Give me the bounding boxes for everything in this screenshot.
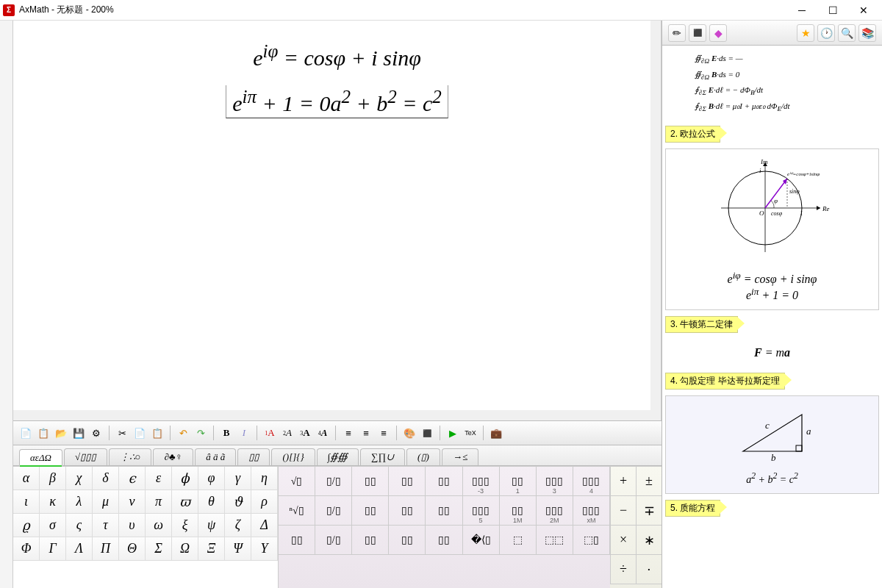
- close-button[interactable]: ✕: [848, 0, 879, 21]
- symbol-tab-6[interactable]: ()[]{}: [271, 448, 315, 465]
- greek-ϱ[interactable]: ϱ: [13, 514, 40, 537]
- greek-ϵ[interactable]: ϵ: [119, 467, 146, 490]
- section-newton[interactable]: 3. 牛顿第二定律: [665, 316, 738, 333]
- greek-Υ[interactable]: Υ: [251, 537, 278, 561]
- greek-Φ[interactable]: Φ: [13, 537, 40, 561]
- font4-button[interactable]: 4A: [315, 425, 331, 441]
- template-21[interactable]: ▯▯: [389, 526, 426, 555]
- op-∓[interactable]: ∓: [636, 496, 662, 526]
- align-right-button[interactable]: ≡: [376, 425, 392, 441]
- greek-θ[interactable]: θ: [198, 490, 225, 514]
- template-9[interactable]: ⁿ√▯: [279, 496, 315, 526]
- briefcase-button[interactable]: 💼: [488, 425, 504, 441]
- template-23[interactable]: �⟨▯: [463, 526, 500, 555]
- euler-diagram-box[interactable]: Re Im O 1 i φ sinφ cosφ eⁱᵠ=cosφ+isinφ e…: [665, 148, 879, 311]
- greek-ω[interactable]: ω: [146, 514, 172, 537]
- newton-formula[interactable]: F = ma: [665, 339, 879, 367]
- formula-library-panel[interactable]: ∯∂Ω E·ds = —∯∂Ω B·ds = 0∮∂Σ E·dℓ = − dΦB…: [662, 46, 882, 588]
- align-left-button[interactable]: ≡: [340, 425, 356, 441]
- font2-button[interactable]: 2A: [279, 425, 295, 441]
- template-20[interactable]: ▯▯: [352, 526, 389, 555]
- op-±[interactable]: ±: [636, 467, 662, 496]
- template-5[interactable]: ▯▯▯-3: [463, 467, 500, 496]
- tag-button[interactable]: ◆: [709, 24, 727, 42]
- greek-σ[interactable]: σ: [40, 514, 66, 537]
- symbol-tab-5[interactable]: ▯▯: [237, 448, 270, 465]
- greek-Δ[interactable]: Δ: [251, 514, 278, 537]
- italic-button[interactable]: I: [236, 425, 252, 441]
- section-mass-energy[interactable]: 5. 质能方程: [665, 500, 720, 517]
- greek-Θ[interactable]: Θ: [119, 537, 146, 561]
- cut-button[interactable]: ✂: [114, 425, 130, 441]
- greek-Π[interactable]: Π: [93, 537, 119, 561]
- redo-button[interactable]: ↷: [193, 425, 209, 441]
- greek-Ω[interactable]: Ω: [172, 537, 198, 561]
- new-button[interactable]: 📄: [18, 425, 34, 441]
- template-16[interactable]: ▯▯▯2M: [537, 496, 573, 526]
- template-6[interactable]: ▯▯1: [500, 467, 537, 496]
- template-11[interactable]: ▯▯: [352, 496, 389, 526]
- clock-button[interactable]: 🕐: [817, 24, 835, 42]
- greek-η[interactable]: η: [251, 467, 278, 490]
- template-25[interactable]: ⬚⬚: [537, 526, 573, 555]
- op-⋅[interactable]: ⋅: [636, 555, 662, 584]
- equation-editor[interactable]: eiφ = cosφ + i sinφ eiπ + 1 = 0a2 + b2 =…: [13, 21, 662, 420]
- template-7[interactable]: ▯▯▯3: [537, 467, 573, 496]
- template-24[interactable]: ⬚: [500, 526, 537, 555]
- symbol-tab-8[interactable]: ∑∏∪: [360, 448, 405, 465]
- template-26[interactable]: ⬚▯: [573, 526, 610, 555]
- greek-ξ[interactable]: ξ: [172, 514, 198, 537]
- editor-vscrollbar[interactable]: [650, 21, 661, 420]
- greek-ε[interactable]: ε: [146, 467, 172, 490]
- greek-ς[interactable]: ς: [66, 514, 93, 537]
- greek-Σ[interactable]: Σ: [146, 537, 172, 561]
- template-1[interactable]: ▯/▯: [315, 467, 352, 496]
- template-19[interactable]: ▯/▯: [315, 526, 352, 555]
- greek-ψ[interactable]: ψ: [198, 514, 225, 537]
- maxwell-equations[interactable]: ∯∂Ω E·ds = —∯∂Ω B·ds = 0∮∂Σ E·dℓ = − dΦB…: [665, 51, 879, 120]
- greek-π[interactable]: π: [146, 490, 172, 514]
- greek-ϑ[interactable]: ϑ: [225, 490, 251, 514]
- symbol-tab-0[interactable]: αεΔΩ: [19, 449, 62, 466]
- greek-β[interactable]: β: [40, 467, 66, 490]
- equation-line-2[interactable]: eiπ + 1 = 0a2 + b2 = c2: [226, 85, 448, 118]
- play-button[interactable]: ▶: [445, 425, 461, 441]
- grid-button[interactable]: ⬛: [689, 24, 706, 42]
- greek-Λ[interactable]: Λ: [66, 537, 93, 561]
- greek-κ[interactable]: κ: [40, 490, 66, 514]
- bold-button[interactable]: B: [218, 425, 234, 441]
- greek-Γ[interactable]: Γ: [40, 537, 66, 561]
- greek-δ[interactable]: δ: [93, 467, 119, 490]
- template-17[interactable]: ▯▯▯xM: [573, 496, 610, 526]
- greek-α[interactable]: α: [13, 467, 40, 490]
- template-8[interactable]: ▯▯▯4: [573, 467, 610, 496]
- greek-υ[interactable]: υ: [119, 514, 146, 537]
- template-0[interactable]: √▯: [279, 467, 315, 496]
- op-−[interactable]: −: [610, 496, 636, 526]
- equation-line-1[interactable]: eiφ = cosφ + i sinφ: [43, 41, 631, 71]
- search-button[interactable]: 🔍: [838, 24, 856, 42]
- template-4[interactable]: ▯▯: [426, 467, 462, 496]
- copy-button[interactable]: 📄: [132, 425, 148, 441]
- font3-button[interactable]: 3A: [297, 425, 313, 441]
- greek-μ[interactable]: μ: [93, 490, 119, 514]
- greek-χ[interactable]: χ: [66, 467, 93, 490]
- font1-button[interactable]: 1A: [262, 425, 278, 441]
- greek-ρ[interactable]: ρ: [251, 490, 278, 514]
- section-pythagoras[interactable]: 4. 勾股定理 毕达哥拉斯定理: [665, 373, 785, 390]
- op-×[interactable]: ×: [610, 526, 636, 555]
- minimize-button[interactable]: ─: [786, 0, 817, 21]
- symbol-tab-1[interactable]: √▯▯▯: [64, 448, 107, 465]
- greek-ζ[interactable]: ζ: [225, 514, 251, 537]
- template-2[interactable]: ▯▯: [352, 467, 389, 496]
- template-15[interactable]: ▯▯1M: [500, 496, 537, 526]
- template-14[interactable]: ▯▯▯5: [463, 496, 500, 526]
- open-button[interactable]: 📂: [53, 425, 69, 441]
- op-∗[interactable]: ∗: [636, 526, 662, 555]
- color-button[interactable]: 🎨: [401, 425, 417, 441]
- palette-button[interactable]: ⬛: [419, 425, 435, 441]
- symbol-tab-2[interactable]: ⋮∴○: [109, 448, 152, 465]
- book-button[interactable]: 📚: [858, 24, 876, 42]
- editor-hscrollbar[interactable]: [13, 410, 650, 420]
- template-18[interactable]: ▯▯: [279, 526, 315, 555]
